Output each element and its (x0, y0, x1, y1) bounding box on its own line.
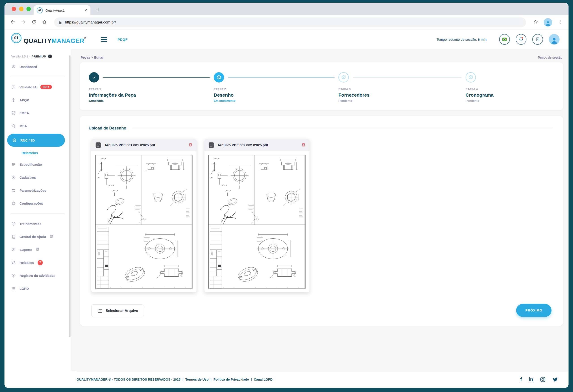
sidebar-item-central-de-ajuda[interactable]: Central de Ajuda (4, 230, 71, 243)
language-flag-button[interactable] (499, 34, 510, 45)
main-content: Peças > Editar Tempo de sessão ETAPA 1 I… (71, 49, 569, 371)
sidebar-item-especificacao[interactable]: Especificação (4, 158, 71, 171)
tab-favicon-icon: 01 (37, 7, 43, 13)
delete-file-icon[interactable] (301, 142, 306, 148)
session-timer: Tempo restante de sessão: 6 min (437, 37, 487, 41)
browser-menu-icon[interactable] (557, 19, 563, 25)
sidebar-item-apqp[interactable]: APQP (4, 93, 71, 106)
step-1-status: Concluída (89, 99, 136, 102)
sidebar-item-msa[interactable]: MSA (4, 119, 71, 132)
instagram-icon[interactable] (540, 376, 546, 382)
brand-logo-icon: 01 (11, 33, 21, 43)
file-card-1: Arquivo PDF 001 001 /2025.pdf (91, 139, 197, 292)
external-link-icon (36, 247, 40, 252)
divider (10, 213, 65, 214)
step-4-status: Pendente (466, 99, 494, 102)
stepper-card: ETAPA 1 Informações da Peça Concluída ET… (80, 62, 563, 110)
tab-title: QualityApp.1 (45, 8, 81, 12)
browser-profile-avatar[interactable] (544, 18, 552, 27)
nav-pdqf[interactable]: PDQF (118, 37, 127, 41)
sidebar-item-suporte[interactable]: Suporte (4, 243, 71, 256)
spec-list-icon (11, 162, 16, 167)
sidebar-item-treinamentos[interactable]: Treinamentos (4, 217, 71, 230)
info-circle-icon (11, 273, 16, 278)
step-4[interactable]: ETAPA 4 Cronograma Pendente (466, 72, 494, 102)
tab-close-icon[interactable]: ✕ (84, 8, 87, 13)
reload-icon[interactable] (31, 19, 36, 25)
footer-link-termos[interactable]: Termos de Uso (185, 378, 209, 381)
check-circle-icon (11, 222, 16, 226)
brand-logo[interactable]: 01 QUALITYMANAGER® (11, 33, 86, 46)
folder-plus-icon (97, 308, 103, 313)
twitter-icon[interactable] (552, 376, 558, 382)
step-1[interactable]: ETAPA 1 Informações da Peça Concluída (89, 72, 136, 102)
linkedin-icon[interactable]: in (529, 377, 533, 382)
new-tab-button[interactable]: + (96, 7, 100, 13)
notifications-button[interactable] (516, 34, 526, 45)
upload-section-title: Upload de Desenho (89, 126, 126, 131)
pdf-file-icon (95, 142, 102, 149)
layers-icon (12, 138, 17, 143)
url-text: https://qualitymanager.com.br/ (65, 20, 116, 25)
book-icon (11, 234, 16, 239)
fmea-icon (11, 111, 16, 115)
select-file-button[interactable]: Selecionar Arquivo (91, 304, 144, 317)
sidebar-item-parametrizacoes[interactable]: Parametrizações (4, 184, 71, 197)
footer-link-lgpd[interactable]: Canal LGPD (254, 378, 273, 381)
premium-check-icon: ✓ (48, 54, 52, 58)
list-icon (11, 286, 16, 291)
lock-icon (58, 20, 62, 24)
sidebar: Versão 2.5.1 -PREMIUM ✓ Dashboard Valida… (4, 49, 71, 371)
sidebar-item-validato-ia[interactable]: Validato IA BETA (4, 81, 71, 93)
releases-count-badge: 7 (38, 260, 43, 265)
step-2-status: Em andamento (214, 99, 235, 102)
menu-toggle-icon[interactable] (101, 37, 107, 42)
sidebar-item-releases[interactable]: Releases 7 (4, 256, 71, 269)
minimize-window-button[interactable] (19, 7, 23, 11)
close-window-button[interactable] (12, 7, 16, 11)
brazil-flag-icon (502, 37, 507, 42)
session-corner-label: Tempo de sessão (538, 56, 562, 59)
upload-card: Upload de Desenho Arquivo PDF 001 001 /2… (80, 116, 563, 326)
maximize-window-button[interactable] (26, 7, 31, 11)
step-2[interactable]: ETAPA 2 Desenho Em andamento (214, 72, 235, 102)
sidebar-item-relatorios[interactable]: Relatórios (4, 148, 71, 158)
step-3[interactable]: ETAPA 3 Fornecedores Pendente (339, 72, 370, 102)
sidebar-item-configuracoes[interactable]: Configurações (4, 197, 71, 210)
sidebar-item-registro-de-atividades[interactable]: Registro de atividades (4, 269, 71, 282)
tab-strip: 01 QualityApp.1 ✕ + (4, 3, 569, 15)
footer-link-privacidade[interactable]: Política de Privacidade (214, 378, 249, 381)
sidebar-item-dashboard[interactable]: Dashboard (4, 60, 71, 73)
footer-text: QUALITYMANAGER ® - TODOS OS DIREITOS RES… (76, 378, 520, 381)
pdf-preview (91, 151, 197, 292)
browser-toolbar: https://qualitymanager.com.br/ (4, 15, 569, 30)
bell-icon (518, 37, 524, 42)
sidebar-item-rnc-8d[interactable]: RNC / 8D (7, 134, 65, 147)
version-label: Versão 2.5.1 -PREMIUM ✓ (4, 51, 71, 60)
back-icon[interactable] (10, 19, 16, 25)
divider (10, 77, 65, 77)
forward-icon[interactable] (21, 19, 26, 25)
cloud-icon (11, 124, 16, 128)
bookmark-star-icon[interactable] (533, 19, 538, 25)
beta-badge: BETA (40, 85, 52, 89)
breadcrumb[interactable]: Peças > Editar (81, 55, 104, 59)
sliders-icon (11, 188, 16, 193)
step-3-status: Pendente (339, 99, 370, 102)
browser-tab[interactable]: 01 QualityApp.1 ✕ (34, 5, 90, 15)
sidebar-item-cadastros[interactable]: Cadastros (4, 171, 71, 184)
logout-icon (535, 37, 540, 42)
copyright-text: QUALITYMANAGER ® - TODOS OS DIREITOS RES… (76, 378, 180, 381)
sidebar-item-fmea[interactable]: FMEA (4, 106, 71, 119)
connector-current (228, 77, 335, 78)
delete-file-icon[interactable] (188, 142, 193, 148)
url-bar[interactable]: https://qualitymanager.com.br/ (54, 17, 526, 27)
user-avatar[interactable] (549, 34, 560, 45)
file-card-2: Arquivo PDF 002 002 /2025.pdf (204, 139, 310, 292)
facebook-icon[interactable]: f (520, 377, 522, 382)
logout-button[interactable] (532, 34, 543, 45)
home-icon[interactable] (42, 19, 47, 25)
file-name: Arquivo PDF 002 002 /2025.pdf (217, 143, 298, 147)
next-button[interactable]: PRÓXIMO (516, 304, 552, 317)
sidebar-item-lgpd[interactable]: LGPD (4, 282, 71, 295)
